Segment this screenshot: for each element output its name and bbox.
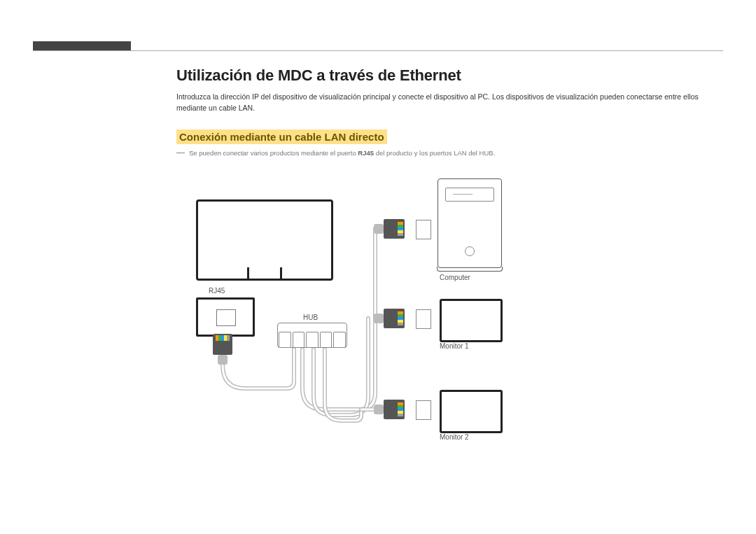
lan-plug-icon	[384, 400, 414, 419]
note-text-suffix: del producto y los puertos LAN del HUB.	[374, 149, 495, 157]
label-rj45: RJ45	[209, 287, 225, 295]
section-subheading: Conexión mediante un cable LAN directo	[176, 129, 387, 144]
label-monitor-1: Monitor 1	[440, 342, 469, 350]
monitor-1-icon	[440, 299, 503, 342]
lan-socket-icon	[416, 220, 431, 239]
main-display-icon	[196, 199, 333, 281]
lan-socket-icon	[416, 309, 431, 329]
label-monitor-2: Monitor 2	[440, 433, 469, 441]
connection-diagram: RJ45 HUB Computer Monitor 1 Monitor 2	[175, 178, 595, 472]
label-computer: Computer	[440, 274, 470, 281]
note-text-prefix: Se pueden conectar varios productos medi…	[189, 149, 358, 157]
note-text-bold: RJ45	[358, 149, 374, 157]
note-dash-icon	[176, 153, 185, 153]
header-tab-marker	[33, 41, 131, 51]
lan-plug-icon	[384, 309, 414, 328]
header-rule	[33, 50, 723, 51]
rj45-plug-icon	[210, 334, 235, 365]
note-text: Se pueden conectar varios productos medi…	[189, 148, 495, 157]
content-block: Utilización de MDC a través de Ethernet …	[176, 66, 714, 162]
lan-plug-icon	[384, 219, 414, 239]
note-line: Se pueden conectar varios productos medi…	[176, 148, 714, 157]
label-hub: HUB	[303, 314, 318, 321]
rj45-panel-icon	[196, 297, 255, 337]
page-title: Utilización de MDC a través de Ethernet	[176, 66, 714, 85]
computer-tower-icon	[438, 178, 502, 268]
hub-icon	[277, 323, 347, 348]
rj45-port-icon	[216, 309, 236, 326]
monitor-2-icon	[440, 390, 503, 433]
intro-paragraph: Introduzca la dirección IP del dispositi…	[176, 92, 714, 114]
lan-socket-icon	[416, 400, 431, 420]
